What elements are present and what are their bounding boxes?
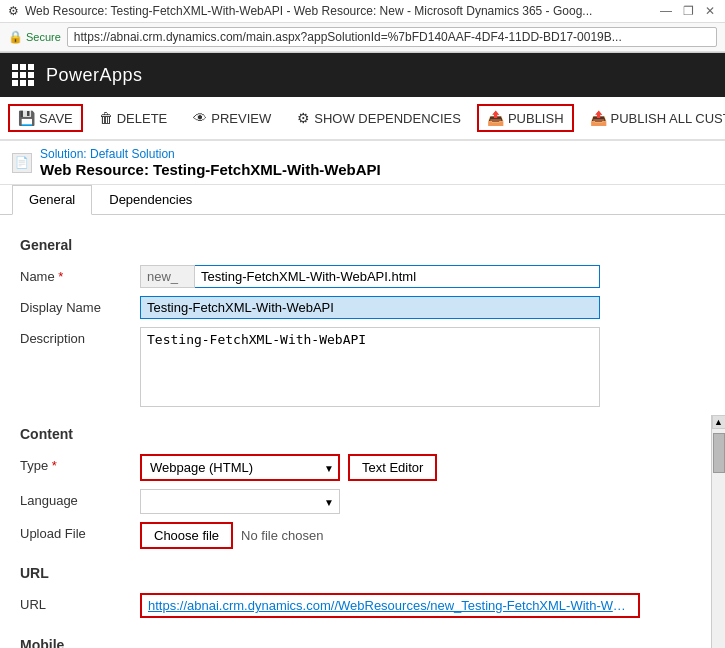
- display-name-row: Display Name: [20, 296, 705, 319]
- language-field: ▼: [140, 489, 705, 514]
- upload-file-field: Choose file No file chosen: [140, 522, 705, 549]
- save-button[interactable]: 💾 SAVE: [8, 104, 83, 132]
- description-field: Testing-FetchXML-With-WebAPI: [140, 327, 705, 410]
- address-bar: 🔒 Secure https://abnai.crm.dynamics.com/…: [0, 23, 725, 52]
- language-label: Language: [20, 489, 140, 508]
- app-header: PowerApps: [0, 53, 725, 97]
- app-title: PowerApps: [46, 65, 143, 86]
- type-row: Type * Webpage (HTML) ▼ Text Editor: [20, 454, 705, 481]
- scrollbar: ▲ ▼: [711, 415, 725, 648]
- type-select[interactable]: Webpage (HTML): [140, 454, 340, 481]
- solution-label: Solution: Default Solution: [40, 147, 381, 161]
- maximize-button[interactable]: ❐: [681, 4, 695, 18]
- text-editor-button[interactable]: Text Editor: [348, 454, 437, 481]
- solution-icon: 📄: [12, 153, 32, 173]
- browser-title: Web Resource: Testing-FetchXML-With-WebA…: [25, 4, 653, 18]
- preview-icon: 👁: [193, 110, 207, 126]
- section-content-title: Content: [20, 426, 705, 442]
- tab-general[interactable]: General: [12, 185, 92, 215]
- tab-dependencies[interactable]: Dependencies: [92, 185, 209, 214]
- main-content: General Name * Display Name Descripti: [0, 215, 725, 648]
- address-url[interactable]: https://abnai.crm.dynamics.com/main.aspx…: [67, 27, 717, 47]
- name-field: [140, 265, 705, 288]
- delete-icon: 🗑: [99, 110, 113, 126]
- url-label: URL: [20, 593, 140, 612]
- lock-icon: 🔒: [8, 30, 23, 44]
- language-row: Language ▼: [20, 489, 705, 514]
- scroll-thumb[interactable]: [713, 433, 725, 473]
- display-name-field: [140, 296, 705, 319]
- publish-button[interactable]: 📤 PUBLISH: [477, 104, 574, 132]
- show-dependencies-button[interactable]: ⚙ SHOW DEPENDENCIES: [287, 104, 471, 132]
- url-section: URL URL https://abnai.crm.dynamics.com//…: [20, 565, 705, 621]
- display-name-input[interactable]: [140, 296, 600, 319]
- url-link[interactable]: https://abnai.crm.dynamics.com//WebResou…: [140, 593, 640, 618]
- publish-all-icon: 📤: [590, 110, 607, 126]
- waffle-icon[interactable]: [12, 64, 34, 86]
- choose-file-button[interactable]: Choose file: [140, 522, 233, 549]
- browser-favicon: ⚙: [8, 4, 19, 18]
- content-section: Content Type * Webpage (HTML) ▼ Text Edi…: [20, 426, 705, 549]
- section-mobile-title: Mobile: [20, 637, 705, 648]
- url-row: URL https://abnai.crm.dynamics.com//WebR…: [20, 593, 705, 621]
- type-field: Webpage (HTML) ▼ Text Editor: [140, 454, 705, 481]
- close-button[interactable]: ✕: [703, 4, 717, 18]
- name-prefix-input[interactable]: [140, 265, 195, 288]
- upload-file-label: Upload File: [20, 522, 140, 541]
- save-icon: 💾: [18, 110, 35, 126]
- mobile-section: Mobile Enable for mobile: [20, 637, 705, 648]
- section-general-title: General: [20, 237, 705, 253]
- publish-all-button[interactable]: 📤 PUBLISH ALL CUSTOMIZ...: [580, 104, 725, 132]
- name-row: Name *: [20, 265, 705, 288]
- name-main-input[interactable]: [195, 265, 600, 288]
- upload-file-row: Upload File Choose file No file chosen: [20, 522, 705, 549]
- minimize-button[interactable]: —: [659, 4, 673, 18]
- type-label: Type *: [20, 454, 140, 473]
- type-select-wrapper: Webpage (HTML) ▼: [140, 454, 340, 481]
- solution-bar: 📄 Solution: Default Solution Web Resourc…: [0, 141, 725, 185]
- tabs-bar: General Dependencies: [0, 185, 725, 215]
- preview-button[interactable]: 👁 PREVIEW: [183, 104, 281, 132]
- no-file-text: No file chosen: [241, 528, 323, 543]
- solution-info: Solution: Default Solution Web Resource:…: [40, 147, 381, 178]
- browser-titlebar: ⚙ Web Resource: Testing-FetchXML-With-We…: [0, 0, 725, 23]
- deps-icon: ⚙: [297, 110, 310, 126]
- url-field: https://abnai.crm.dynamics.com//WebResou…: [140, 593, 705, 621]
- scroll-up-button[interactable]: ▲: [712, 415, 726, 429]
- page-title: Web Resource: Testing-FetchXML-With-WebA…: [40, 161, 381, 178]
- language-select-wrapper: ▼: [140, 489, 340, 514]
- language-select[interactable]: [140, 489, 340, 514]
- secure-badge: 🔒 Secure: [8, 30, 61, 44]
- description-textarea[interactable]: Testing-FetchXML-With-WebAPI: [140, 327, 600, 407]
- display-name-label: Display Name: [20, 296, 140, 315]
- description-label: Description: [20, 327, 140, 346]
- name-required: *: [58, 269, 63, 284]
- toolbar: 💾 SAVE 🗑 DELETE 👁 PREVIEW ⚙ SHOW DEPENDE…: [0, 97, 725, 141]
- name-label: Name *: [20, 265, 140, 284]
- description-row: Description Testing-FetchXML-With-WebAPI: [20, 327, 705, 410]
- publish-icon: 📤: [487, 110, 504, 126]
- section-url-title: URL: [20, 565, 705, 581]
- delete-button[interactable]: 🗑 DELETE: [89, 104, 178, 132]
